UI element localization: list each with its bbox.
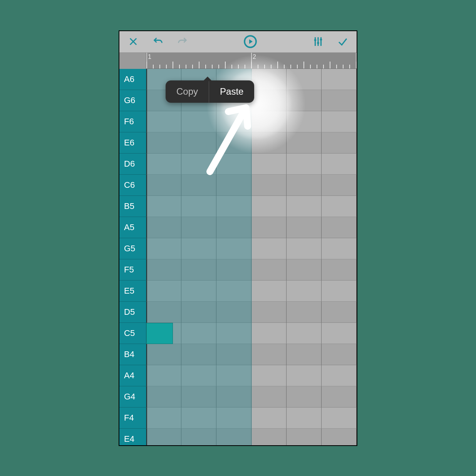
grid-cell[interactable] (146, 217, 147, 238)
grid-cell[interactable] (181, 238, 216, 259)
grid-cell[interactable] (146, 408, 181, 429)
piano-key-label[interactable]: G5 (119, 238, 146, 259)
midi-note[interactable] (146, 323, 173, 344)
grid-cell[interactable] (146, 154, 147, 175)
grid-cell[interactable] (216, 344, 251, 365)
grid-cell[interactable] (146, 238, 147, 259)
grid-cell[interactable] (287, 217, 322, 238)
piano-row[interactable]: D5 (119, 302, 357, 323)
paste-button[interactable]: Paste (209, 80, 254, 103)
grid-cell[interactable] (216, 196, 251, 217)
piano-row[interactable]: G4 (119, 386, 357, 408)
grid-cell[interactable] (216, 154, 251, 175)
piano-key-label[interactable]: F5 (119, 259, 146, 281)
grid-cell[interactable] (146, 175, 181, 196)
grid-cell[interactable] (287, 259, 322, 281)
undo-button[interactable] (151, 35, 165, 48)
grid-cell[interactable] (287, 344, 322, 365)
grid-cell[interactable] (146, 259, 147, 281)
piano-row[interactable]: F5 (119, 259, 357, 281)
grid-cell[interactable] (181, 386, 216, 408)
grid-cell[interactable] (251, 408, 287, 429)
grid-cell[interactable] (216, 429, 251, 446)
grid-cell[interactable] (251, 238, 287, 259)
grid-cell[interactable] (322, 69, 357, 90)
grid-cell[interactable] (146, 281, 147, 302)
grid-cell[interactable] (322, 408, 357, 429)
grid-cell[interactable] (216, 365, 251, 386)
piano-row[interactable]: E6 (119, 132, 357, 154)
grid-cell[interactable] (216, 323, 251, 344)
grid-cell[interactable] (287, 69, 322, 90)
grid-cell[interactable] (251, 302, 287, 323)
piano-key-label[interactable]: E6 (119, 132, 146, 154)
grid-cell[interactable] (322, 344, 357, 365)
grid-cell[interactable] (216, 217, 251, 238)
grid-cell[interactable] (146, 365, 181, 386)
grid-cell[interactable] (146, 238, 181, 259)
grid-cell[interactable] (146, 429, 147, 446)
grid-cell[interactable] (146, 386, 181, 408)
grid-cell[interactable] (146, 132, 147, 154)
grid-cell[interactable] (251, 344, 287, 365)
piano-row[interactable]: A5 (119, 217, 357, 238)
grid-cell[interactable] (287, 302, 322, 323)
grid-cell[interactable] (322, 132, 357, 154)
grid-cell[interactable] (146, 196, 147, 217)
piano-row[interactable]: C6 (119, 175, 357, 196)
grid-cell[interactable] (322, 302, 357, 323)
grid-cell[interactable] (146, 302, 181, 323)
grid-cell[interactable] (216, 259, 251, 281)
piano-key-label[interactable]: B4 (119, 344, 146, 365)
grid-cell[interactable] (287, 429, 322, 446)
piano-row[interactable]: A4 (119, 365, 357, 386)
grid-cell[interactable] (216, 238, 251, 259)
grid-cell[interactable] (181, 429, 216, 446)
grid-cell[interactable] (181, 196, 216, 217)
piano-key-label[interactable]: D6 (119, 154, 146, 175)
piano-key-label[interactable]: D5 (119, 302, 146, 323)
grid-cell[interactable] (322, 386, 357, 408)
grid-cell[interactable] (146, 175, 147, 196)
grid-cell[interactable] (181, 111, 216, 132)
grid-cell[interactable] (146, 69, 147, 90)
grid-cell[interactable] (146, 365, 147, 386)
piano-row[interactable]: F6 (119, 111, 357, 132)
grid-cell[interactable] (146, 132, 181, 154)
grid-cell[interactable] (322, 238, 357, 259)
redo-button[interactable] (176, 35, 189, 48)
piano-row[interactable]: E4 (119, 429, 357, 446)
grid-cell[interactable] (322, 90, 357, 111)
grid-cell[interactable] (216, 281, 251, 302)
grid-cell[interactable] (287, 154, 322, 175)
grid-cell[interactable] (322, 175, 357, 196)
piano-key-label[interactable]: A4 (119, 365, 146, 386)
grid-cell[interactable] (251, 217, 287, 238)
piano-row[interactable]: B5 (119, 196, 357, 217)
grid-cell[interactable] (322, 217, 357, 238)
piano-row[interactable]: B4 (119, 344, 357, 365)
piano-key-label[interactable]: F6 (119, 111, 146, 132)
grid-cell[interactable] (146, 259, 181, 281)
grid-cell[interactable] (251, 429, 287, 446)
grid-cell[interactable] (146, 386, 147, 408)
grid-cell[interactable] (287, 111, 322, 132)
grid-cell[interactable] (251, 111, 287, 132)
grid-cell[interactable] (146, 217, 181, 238)
grid-cell[interactable] (146, 154, 181, 175)
grid-cell[interactable] (287, 175, 322, 196)
grid-cell[interactable] (287, 408, 322, 429)
piano-row[interactable]: F4 (119, 408, 357, 429)
mixer-button[interactable] (311, 35, 325, 48)
grid-cell[interactable] (322, 429, 357, 446)
grid-cell[interactable] (146, 111, 147, 132)
grid-cell[interactable] (251, 132, 287, 154)
piano-row[interactable]: D6 (119, 154, 357, 175)
grid-cell[interactable] (287, 281, 322, 302)
piano-key-label[interactable]: G4 (119, 386, 146, 408)
grid-cell[interactable] (146, 344, 147, 365)
grid-cell[interactable] (216, 408, 251, 429)
grid-cell[interactable] (181, 408, 216, 429)
piano-key-label[interactable]: A6 (119, 69, 146, 90)
grid-cell[interactable] (287, 365, 322, 386)
